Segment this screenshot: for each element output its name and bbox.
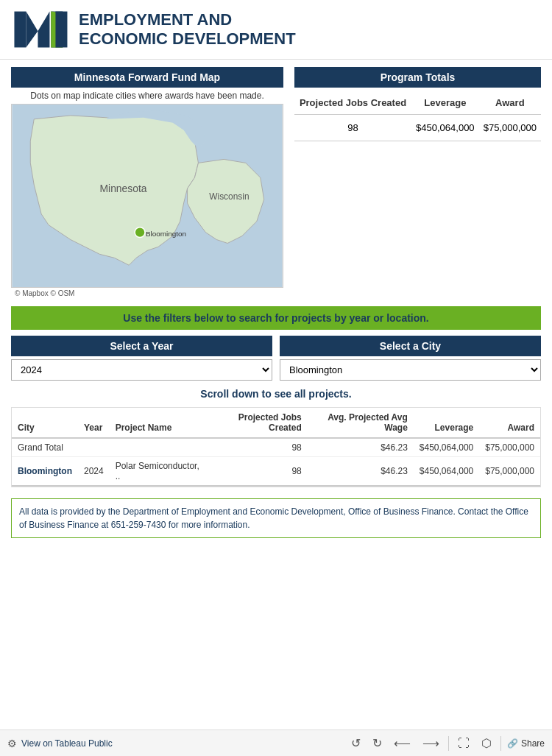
totals-panel: Program Totals Projected Jobs Created Le… — [294, 67, 541, 299]
year-select[interactable]: 2024 2023 2022 2021 2020 — [11, 359, 272, 381]
view-on-tableau-label[interactable]: View on Tableau Public — [21, 738, 113, 749]
app-header: EMPLOYMENT AND ECONOMIC DEVELOPMENT — [0, 0, 552, 60]
svg-rect-3 — [55, 12, 67, 48]
top-section: Minnesota Forward Fund Map Dots on map i… — [11, 67, 541, 299]
bottom-toolbar: ⚙ View on Tableau Public ↺ ↻ ⟵ ⟶ ⛶ ⬡ 🔗 S… — [0, 729, 552, 756]
table-header-row: City Year Project Name Projected Jobs Cr… — [12, 408, 540, 438]
row1-jobs: 98 — [208, 457, 308, 487]
filter-banner: Use the filters below to search for proj… — [11, 306, 541, 330]
scroll-message: Scroll down to see all projects. — [11, 388, 541, 400]
col-award: Award — [479, 91, 541, 115]
svg-text:Wisconsin: Wisconsin — [209, 191, 249, 202]
fullscreen-button[interactable]: ⛶ — [455, 735, 473, 752]
th-city: City — [12, 408, 78, 438]
svg-marker-1 — [26, 12, 49, 48]
share-icon: 🔗 — [507, 738, 518, 749]
col-jobs: Projected Jobs Created — [294, 91, 411, 115]
th-jobs: Projected Jobs Created — [208, 408, 308, 438]
settings-icon: ⚙ — [7, 738, 17, 749]
city-filter-group: Select a City Bloomington Minneapolis St… — [280, 336, 541, 381]
gt-city: Grand Total — [12, 438, 78, 457]
mn-logo — [11, 7, 70, 52]
col-leverage: Leverage — [411, 91, 479, 115]
totals-row: 98 $450,064,000 $75,000,000 — [294, 115, 541, 141]
totals-title: Program Totals — [294, 67, 541, 88]
total-leverage: $450,064,000 — [411, 115, 479, 141]
svg-text:Bloomington: Bloomington — [146, 230, 186, 238]
totals-table: Projected Jobs Created Leverage Award 98… — [294, 91, 541, 141]
city-select[interactable]: Bloomington Minneapolis St. Paul Duluth — [280, 359, 541, 381]
main-content: Minnesota Forward Fund Map Dots on map i… — [0, 60, 552, 545]
map-panel: Minnesota Forward Fund Map Dots on map i… — [11, 67, 283, 299]
bloomington-row: Bloomington 2024 Polar Semiconductor, ..… — [12, 457, 540, 487]
redo-button[interactable]: ↻ — [369, 735, 385, 752]
grand-total-row: Grand Total 98 $46.23 $450,064,000 $75,0… — [12, 438, 540, 457]
svg-rect-0 — [14, 12, 26, 48]
th-award: Award — [479, 408, 540, 438]
footer-note: All data is provided by the Department o… — [11, 498, 541, 538]
map-credit: © Mapbox © OSM — [11, 288, 283, 299]
back-button[interactable]: ⟵ — [391, 735, 414, 752]
row1-city: Bloomington — [12, 457, 78, 487]
download-button[interactable]: ⬡ — [478, 735, 495, 752]
total-jobs: 98 — [294, 115, 411, 141]
total-award: $75,000,000 — [479, 115, 541, 141]
gt-year — [78, 438, 110, 457]
row1-year: 2024 — [78, 457, 110, 487]
toolbar-right: ↺ ↻ ⟵ ⟶ ⛶ ⬡ 🔗 Share — [348, 735, 545, 752]
data-table: City Year Project Name Projected Jobs Cr… — [12, 408, 540, 487]
year-filter-group: Select a Year 2024 2023 2022 2021 2020 — [11, 336, 272, 381]
city-filter-label: Select a City — [280, 336, 541, 356]
map-title: Minnesota Forward Fund Map — [11, 67, 283, 88]
th-project: Project Name — [110, 408, 208, 438]
svg-point-7 — [135, 227, 145, 238]
th-year: Year — [78, 408, 110, 438]
year-filter-label: Select a Year — [11, 336, 272, 356]
th-wage: Avg. Projected Avg Wage — [308, 408, 414, 438]
row1-wage: $46.23 — [308, 457, 414, 487]
gt-leverage: $450,064,000 — [414, 438, 479, 457]
gt-jobs: 98 — [208, 438, 308, 457]
toolbar-divider2 — [500, 736, 501, 751]
share-button[interactable]: 🔗 Share — [507, 738, 545, 749]
share-label: Share — [521, 738, 545, 749]
undo-button[interactable]: ↺ — [348, 735, 364, 752]
map-svg: Minnesota Wisconsin Bloomington — [12, 105, 283, 287]
toolbar-divider — [448, 736, 449, 751]
data-table-container: City Year Project Name Projected Jobs Cr… — [11, 407, 541, 487]
row1-leverage: $450,064,000 — [414, 457, 479, 487]
toolbar-left: ⚙ View on Tableau Public — [7, 738, 113, 749]
logo-container: EMPLOYMENT AND ECONOMIC DEVELOPMENT — [11, 7, 296, 52]
row1-award: $75,000,000 — [479, 457, 540, 487]
header-title: EMPLOYMENT AND ECONOMIC DEVELOPMENT — [79, 10, 296, 49]
svg-text:Minnesota: Minnesota — [100, 183, 147, 194]
map-subtitle: Dots on map indicate cities where awards… — [11, 88, 283, 104]
filter-controls: Select a Year 2024 2023 2022 2021 2020 S… — [11, 336, 541, 381]
row1-project: Polar Semiconductor, .. — [110, 457, 208, 487]
forward-button[interactable]: ⟶ — [420, 735, 442, 752]
map-container[interactable]: Minnesota Wisconsin Bloomington — [11, 104, 283, 288]
gt-wage: $46.23 — [308, 438, 414, 457]
gt-award: $75,000,000 — [479, 438, 540, 457]
gt-project — [110, 438, 208, 457]
th-leverage: Leverage — [414, 408, 479, 438]
